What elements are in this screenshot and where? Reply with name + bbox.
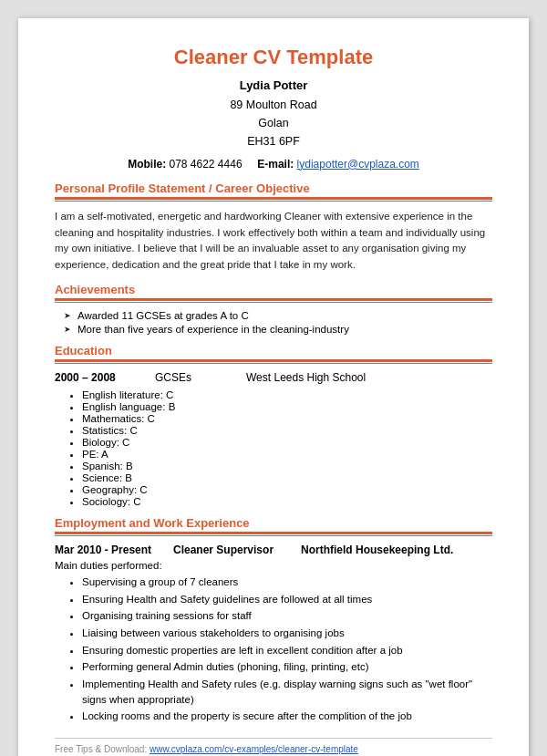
subject-item: Mathematics: C (82, 413, 492, 424)
divider-thick-3 (55, 359, 492, 362)
employment-heading: Employment and Work Experience (55, 516, 492, 530)
address-line1: 89 Moulton Road (55, 96, 492, 114)
subject-item: Spanish: B (82, 461, 492, 471)
duty-item: Performing general Admin duties (phoning… (82, 659, 492, 675)
duty-item: Ensuring domestic properties are left in… (82, 643, 492, 658)
footer: Free Tips & Download: www.cvplaza.com/cv… (55, 738, 492, 756)
main-duties-label: Main duties performed: (55, 560, 492, 571)
education-section: Education 2000 – 2008 GCSEs West Leeds H… (55, 344, 492, 507)
achievements-section: Achievements Awarded 11 GCSEs at grades … (55, 283, 492, 335)
personal-profile-heading: Personal Profile Statement / Career Obje… (55, 181, 492, 195)
subject-item: Geography: C (82, 484, 492, 495)
job-entry: Mar 2010 - Present Cleaner Supervisor No… (55, 544, 492, 556)
education-entry: 2000 – 2008 GCSEs West Leeds High School (55, 371, 492, 384)
tip-text: Free Tips & Download: (55, 744, 147, 754)
achievements-heading: Achievements (55, 283, 492, 296)
subject-item: Biology: C (82, 437, 492, 448)
cv-title: Cleaner CV Template (55, 46, 492, 69)
subject-item: Science: B (82, 472, 492, 483)
duty-item: Locking rooms and the property is secure… (82, 709, 492, 724)
email-link[interactable]: lydiapotter@cvplaza.com (297, 158, 419, 171)
divider-thick (55, 197, 492, 200)
address-line2: Golan (55, 114, 492, 132)
subject-item: Sociology: C (82, 496, 492, 507)
edu-type: GCSEs (155, 371, 228, 384)
email-label: E-mail: (257, 158, 294, 171)
mobile-value: 078 4622 4446 (169, 158, 242, 171)
achievements-list: Awarded 11 GCSEs at grades A to C More t… (55, 310, 492, 335)
profile-text: I am a self-motivated, energetic and har… (55, 209, 492, 274)
divider-thick-2 (55, 298, 492, 301)
job-company: Northfield Housekeeping Ltd. (301, 544, 453, 556)
subject-item: PE: A (82, 449, 492, 460)
subject-item: Statistics: C (82, 425, 492, 436)
subject-item: English literature: C (82, 389, 492, 400)
divider-thin-3 (55, 363, 492, 364)
job-dates: Mar 2010 - Present (55, 544, 155, 556)
divider-thin (55, 201, 492, 202)
subject-item: English language: B (82, 401, 492, 412)
divider-thin-4 (55, 535, 492, 536)
address-line3: EH31 6PF (55, 132, 492, 150)
candidate-name: Lydia Potter (55, 77, 492, 96)
education-heading: Education (55, 344, 492, 357)
duty-item: Implementing Health and Safety rules (e.… (82, 677, 492, 707)
duty-item: Ensuring Health and Safety guidelines ar… (82, 592, 492, 607)
edu-years: 2000 – 2008 (55, 371, 137, 384)
duty-item: Organising training sessions for staff (82, 608, 492, 624)
footer-tip: Free Tips & Download: www.cvplaza.com/cv… (55, 744, 492, 754)
personal-profile-section: Personal Profile Statement / Career Obje… (55, 181, 492, 274)
duty-item: Supervising a group of 7 cleaners (82, 575, 492, 590)
divider-thick-4 (55, 532, 492, 534)
tip-url[interactable]: www.cvplaza.com/cv-examples/cleaner-cv-t… (150, 744, 358, 754)
edu-subjects-list: English literature: C English language: … (55, 389, 492, 507)
duties-list: Supervising a group of 7 cleaners Ensuri… (55, 575, 492, 724)
cv-page: Cleaner CV Template Lydia Potter 89 Moul… (18, 18, 529, 756)
edu-school: West Leeds High School (246, 371, 366, 384)
employment-section: Employment and Work Experience Mar 2010 … (55, 516, 492, 724)
mobile-label: Mobile: (128, 158, 166, 171)
achievement-item: More than five years of experience in th… (64, 324, 492, 335)
contact-header: Lydia Potter 89 Moulton Road Golan EH31 … (55, 77, 492, 150)
job-title: Cleaner Supervisor (173, 544, 283, 556)
divider-thin-2 (55, 302, 492, 303)
duty-item: Liaising between various stakeholders to… (82, 626, 492, 641)
contact-line: Mobile: 078 4622 4446 E-mail: lydiapotte… (55, 158, 492, 171)
achievement-item: Awarded 11 GCSEs at grades A to C (64, 310, 492, 321)
